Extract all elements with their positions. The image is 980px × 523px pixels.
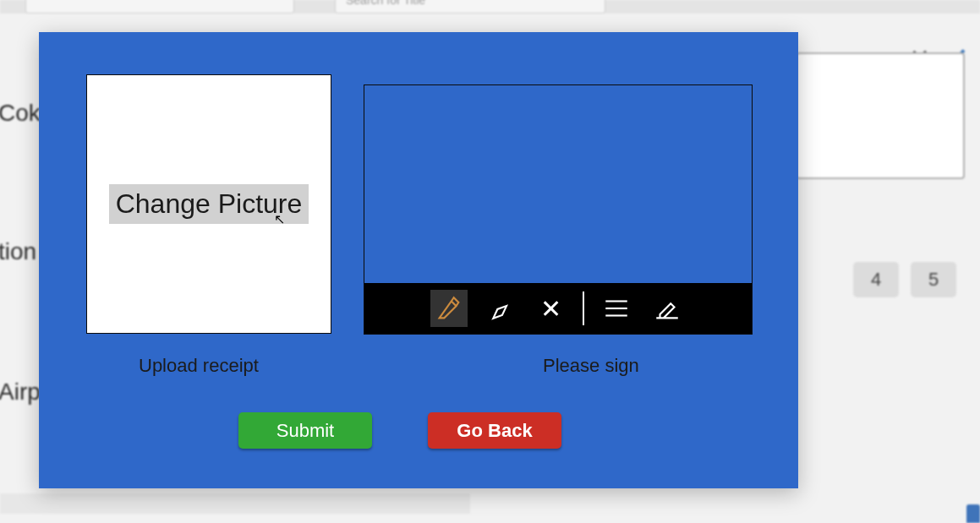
bg-filter-dropdown[interactable] xyxy=(25,0,294,14)
modal-actions: Submit Go Back xyxy=(238,412,561,449)
bg-signature-box xyxy=(796,52,965,179)
toolbar-divider xyxy=(583,291,584,325)
eraser-icon[interactable] xyxy=(481,290,518,327)
signature-panel[interactable]: ✕ xyxy=(364,84,753,335)
submit-button[interactable]: Submit xyxy=(238,412,372,449)
bg-text-row: tion xyxy=(0,238,36,265)
bg-divider xyxy=(0,493,470,514)
sign-caption: Please sign xyxy=(543,355,639,377)
change-picture-button[interactable]: Change Picture xyxy=(109,184,309,224)
bg-search-placeholder: Search for Title xyxy=(336,0,605,4)
upload-receipt-panel: Change Picture xyxy=(86,74,331,334)
lines-icon[interactable] xyxy=(598,290,635,327)
go-back-button[interactable]: Go Back xyxy=(428,412,561,449)
clear-icon[interactable]: ✕ xyxy=(532,290,569,327)
scrollbar-thumb[interactable] xyxy=(966,504,980,523)
page-button[interactable]: 4 xyxy=(853,262,899,297)
edit-icon[interactable] xyxy=(649,290,686,327)
pen-icon[interactable] xyxy=(430,290,468,327)
signature-toolbar: ✕ xyxy=(364,283,752,334)
upload-caption: Upload receipt xyxy=(139,355,259,377)
upload-sign-modal: Change Picture Upload receipt ✕ xyxy=(39,32,798,488)
bg-text-row: Airp xyxy=(0,379,41,406)
page-button[interactable]: 5 xyxy=(911,262,956,297)
bg-search-input[interactable]: Search for Title xyxy=(335,0,605,14)
